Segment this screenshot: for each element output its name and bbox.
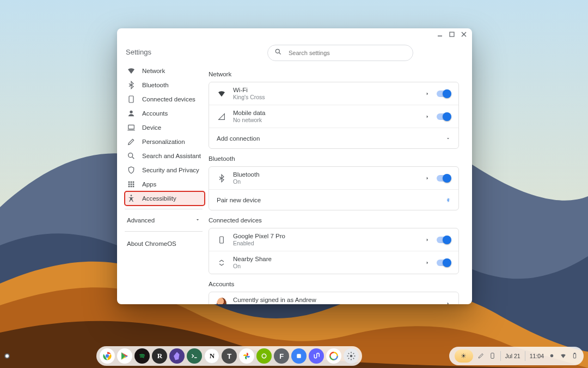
laptop-icon [127,123,136,132]
svg-rect-10 [131,184,132,185]
bluetooth-icon [127,81,136,89]
row-bluetooth[interactable]: Bluetooth On [209,167,458,189]
app-notion[interactable]: N [204,348,219,364]
wifi-status-icon [560,352,567,360]
row-wifi[interactable]: Wi-Fi King's Cross [209,82,458,105]
sidebar-item-device[interactable]: Device [125,120,205,135]
notification-dot-icon[interactable] [548,352,555,360]
sidebar-item-label: Accessibility [142,195,176,202]
app-mastodon[interactable] [309,348,324,364]
phone-toggle[interactable] [437,237,451,243]
sidebar-item-personalization[interactable]: Personalization [125,135,205,149]
app-files[interactable]: F [274,348,289,364]
sidebar-item-bluetooth[interactable]: Bluetooth [125,78,205,92]
sidebar-advanced[interactable]: Advanced [125,213,205,228]
app-bluesky[interactable] [291,348,307,364]
bluetooth-toggle[interactable] [437,175,451,182]
chevron-right-icon [425,173,430,183]
sidebar-item-accounts[interactable]: Accounts [125,106,205,120]
svg-point-3 [130,111,132,113]
search-input[interactable] [287,49,406,57]
svg-rect-8 [133,182,134,183]
sidebar-about[interactable]: About ChromeOS [125,235,205,252]
brush-icon [127,137,136,146]
app-spotify[interactable] [134,348,150,364]
shelf: R N T F ☀ Jul 21 11:04 [0,344,588,368]
separator [500,351,501,361]
weather-pill[interactable]: ☀ [455,349,473,363]
window-close-button[interactable] [459,29,469,39]
phone-hub-icon[interactable] [489,352,496,360]
card-bluetooth: Bluetooth On Pair new device [209,166,459,210]
status-tray[interactable]: ☀ Jul 21 11:04 [449,347,584,365]
svg-point-16 [275,49,279,53]
row-mobile-data[interactable]: Mobile data No network [209,105,458,128]
chevron-down-icon [445,134,451,143]
row-add-connection[interactable]: Add connection [209,128,458,148]
settings-main: Network Wi-Fi King's Cross [209,40,472,304]
row-phone[interactable]: Google Pixel 7 Pro Enabled [209,228,458,251]
svg-rect-30 [573,353,575,358]
sidebar-item-security[interactable]: Security and Privacy [125,163,205,177]
svg-point-27 [350,355,353,358]
nearby-share-toggle[interactable] [437,260,451,266]
app-google-photos[interactable] [239,348,254,364]
section-title-accounts: Accounts [209,281,459,287]
app-todoist[interactable]: T [222,348,237,364]
chevron-right-icon [425,258,430,268]
sidebar-item-accessibility[interactable]: Accessibility [125,191,205,206]
nav-divider [125,209,203,209]
row-pair-device[interactable]: Pair new device [209,189,458,210]
sidebar-item-apps[interactable]: Apps [125,177,205,191]
status-date: Jul 21 [505,353,520,359]
wifi-toggle[interactable] [437,91,451,97]
row-current-account[interactable]: Currently signed in as Andrew 2 Google A… [209,292,458,304]
nearby-share-icon [217,258,226,267]
sidebar-item-connected-devices[interactable]: Connected devices [125,92,205,106]
settings-window: Settings Network Bluetooth Connected dev… [117,28,472,304]
svg-point-5 [128,153,133,158]
wifi-icon [217,89,226,98]
section-title-bluetooth: Bluetooth [209,155,459,162]
svg-rect-11 [133,184,134,185]
svg-point-15 [131,195,132,196]
sidebar-item-network[interactable]: Network [125,64,205,78]
section-title-network: Network [209,71,459,77]
mobile-data-toggle[interactable] [437,113,451,120]
app-settings[interactable] [344,348,359,364]
app-google-keep[interactable] [326,348,341,364]
sidebar-item-label: Security and Privacy [142,167,199,173]
svg-rect-17 [220,237,224,243]
sidebar-item-search-assistant[interactable]: Search and Assistant [125,149,205,163]
launcher-button[interactable] [4,353,10,359]
window-minimize-button[interactable] [435,29,445,39]
avatar [217,298,226,305]
wifi-icon [127,67,136,75]
app-chrome[interactable] [100,348,115,364]
svg-point-29 [550,354,553,357]
svg-rect-4 [128,125,134,129]
app-play-store[interactable] [117,348,132,364]
sidebar-item-label: Network [142,68,165,74]
app-terminal[interactable] [187,348,202,364]
accessibility-icon [127,194,136,203]
app-obsidian[interactable] [169,348,185,364]
svg-rect-14 [133,186,134,188]
svg-rect-1 [450,32,454,37]
svg-rect-28 [491,353,493,358]
bluetooth-pair-icon [445,195,451,205]
search-icon [274,48,282,58]
stylus-icon[interactable] [477,352,485,360]
devices-icon [127,95,136,104]
sidebar-item-label: Connected devices [142,96,195,102]
search-settings-box[interactable] [267,45,413,61]
app-roon[interactable]: R [152,348,167,364]
sidebar-item-label: Apps [142,181,156,188]
sidebar-item-label: Device [142,124,161,131]
chevron-right-icon [425,89,430,99]
card-network: Wi-Fi King's Cross Mobile data No networ… [209,82,459,149]
row-nearby-share[interactable]: Nearby Share On [209,251,458,274]
app-nvidia[interactable] [256,348,272,364]
shelf-app-row: R N T F [96,346,362,366]
window-maximize-button[interactable] [447,29,457,39]
